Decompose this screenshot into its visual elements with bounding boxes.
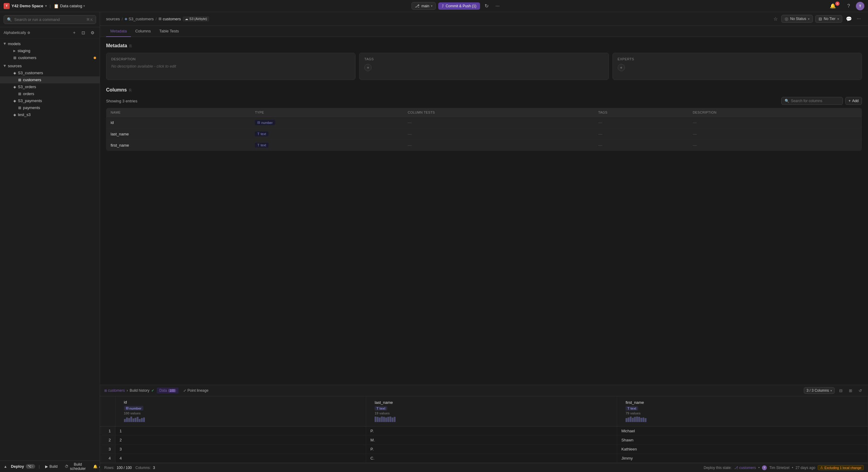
cols-info: Columns: 3 xyxy=(135,466,155,470)
tier-button[interactable]: ⊟ No Tier ▾ xyxy=(815,15,842,23)
tab-metadata[interactable]: Metadata xyxy=(106,26,131,37)
column-row[interactable]: last_name T text — — — xyxy=(106,128,862,140)
experts-card: Experts + xyxy=(613,53,862,80)
sidebar-item-s3-orders[interactable]: ◈ S3_orders xyxy=(0,83,100,90)
excl-icon: ⚠ xyxy=(820,466,823,470)
catalog-label[interactable]: 📋 Data catalog ▾ xyxy=(54,4,85,8)
data-cell-id: 4 xyxy=(115,454,366,463)
sidebar: 🔍 ⌘K Alphabetically ⚙ ＋ ⊡ ⚙ ▶ xyxy=(0,12,100,472)
col-name: id xyxy=(106,117,251,128)
status-sep2: • xyxy=(792,466,793,470)
column-row[interactable]: id ⊟ number — — — xyxy=(106,117,862,128)
metadata-title: Metadata xyxy=(106,43,127,49)
metadata-copy-button[interactable]: ⎘ xyxy=(129,43,132,48)
data-grid-row: 44C.Jimmy xyxy=(100,454,868,463)
sidebar-item-models[interactable]: ▶ models xyxy=(0,40,100,47)
refresh-button[interactable]: ↺ xyxy=(857,387,864,394)
brand[interactable]: Y Y42 Demo Space ▾ xyxy=(4,3,47,9)
topbar: Y Y42 Demo Space ▾ | 📋 Data catalog ▾ ⎇ … xyxy=(0,0,868,12)
alerts-button[interactable]: 🔔 Alerts xyxy=(91,464,100,470)
status-sep1: • xyxy=(758,466,760,470)
sidebar-item-s3-payments[interactable]: ◈ S3_payments xyxy=(0,97,100,104)
sidebar-search-area: 🔍 ⌘K xyxy=(0,12,100,27)
sidebar-item-orders[interactable]: ⊞ orders xyxy=(0,90,100,97)
deploy-bar: ▲ Deploy ⌥↑ | ▶ Build ⏱ Build scheduler … xyxy=(0,461,100,472)
sidebar-tree: ▶ models ▶ staging ⊞ customers xyxy=(0,38,100,461)
star-button[interactable]: ☆ xyxy=(772,15,779,23)
description-card[interactable]: Description No description available - c… xyxy=(106,53,355,80)
col-type: T text xyxy=(251,128,403,140)
orders-label: orders xyxy=(23,92,34,96)
column-row[interactable]: first_name T text — — — xyxy=(106,140,862,151)
models-section: ▶ models ▶ staging ⊞ customers xyxy=(0,40,100,62)
test-s3-icon: ◈ xyxy=(13,113,16,117)
point-lineage-button[interactable]: ⤢ Point lineage xyxy=(181,387,211,394)
brand-label: Y42 Demo Space xyxy=(11,4,43,8)
col-header-type-id: ⊟number xyxy=(124,406,143,410)
sidebar-item-sources[interactable]: ▶ sources xyxy=(0,62,100,69)
search-box[interactable]: 🔍 ⌘K xyxy=(4,15,96,24)
check-icon: ✓ xyxy=(151,388,154,392)
data-crumb-history[interactable]: Build history ✓ xyxy=(130,388,155,392)
split-view-button[interactable]: ⊞ xyxy=(847,387,854,394)
tier-label: No Tier xyxy=(824,17,836,21)
topbar-sep1: | xyxy=(50,4,51,8)
columns-copy-button[interactable]: ⎘ xyxy=(129,88,131,92)
sources-label: sources xyxy=(8,64,22,68)
data-tab-button[interactable]: Data 100 xyxy=(157,387,179,394)
breadcrumb-source[interactable]: S3_customers xyxy=(128,17,154,21)
sync-button[interactable]: ↻ xyxy=(483,2,491,10)
sidebar-item-s3-customers[interactable]: ◈ S3_customers xyxy=(0,69,100,76)
help-button[interactable]: ? xyxy=(844,2,853,10)
sidebar-item-staging[interactable]: ▶ staging xyxy=(0,47,100,54)
data-grid: id ⊟number 100 values last_name Ttext 19… xyxy=(100,396,868,463)
row-num-header xyxy=(100,396,115,427)
status-button[interactable]: ◎ No Status ▾ xyxy=(781,15,813,23)
sidebar-item-customers-model[interactable]: ⊞ customers xyxy=(0,54,100,61)
build-scheduler-button[interactable]: ⏱ Build scheduler xyxy=(63,462,88,472)
col-description: — xyxy=(689,140,862,151)
experts-add-button[interactable]: + xyxy=(618,64,625,71)
tags-card: Tags + xyxy=(359,53,609,80)
data-count-badge: 100 xyxy=(168,389,176,392)
col-search-input[interactable] xyxy=(791,99,839,103)
sources-section: ▶ sources ◈ S3_customers ⊞ customers ◈ S… xyxy=(0,62,100,119)
sidebar-item-payments[interactable]: ⊞ payments xyxy=(0,104,100,111)
sort-button[interactable]: Alphabetically ⚙ xyxy=(4,31,30,35)
tabs-bar: Metadata Columns Table Tests xyxy=(100,26,868,37)
build-button[interactable]: ▶ Build xyxy=(43,464,59,470)
customers-table-icon: ⊞ xyxy=(13,56,17,60)
commit-button[interactable]: ⤴ Commit & Push (1) xyxy=(438,2,480,10)
sidebar-item-customers-source[interactable]: ⊞ customers xyxy=(0,76,100,83)
lineage-icon: ⤢ xyxy=(183,389,186,392)
data-crumb-customers[interactable]: ⊞ customers xyxy=(104,388,125,392)
tab-table-tests[interactable]: Table Tests xyxy=(155,26,183,37)
col-header-type-last_name: Ttext xyxy=(375,406,387,410)
col-search-box[interactable]: 🔍 xyxy=(781,97,843,105)
cols-filter-button[interactable]: 3 / 3 Columns ▾ xyxy=(804,387,835,394)
branch-button[interactable]: ⎇ main ▾ xyxy=(411,2,436,10)
excl-badge[interactable]: ⚠ Excluding 1 local change xyxy=(818,465,864,470)
search-input[interactable] xyxy=(14,17,84,22)
data-toolbar: ⊞ customers › Build history ✓ Data 100 ⤢… xyxy=(100,385,868,396)
tier-icon: ⊟ xyxy=(818,17,822,21)
models-label: models xyxy=(8,41,21,46)
deploy-expand-button[interactable]: ▲ xyxy=(4,465,7,469)
breadcrumb-sources[interactable]: sources xyxy=(106,17,120,21)
filter-icon-button[interactable]: ⊟ xyxy=(837,387,844,394)
tab-columns[interactable]: Columns xyxy=(131,26,155,37)
add-column-button[interactable]: + Add xyxy=(845,97,862,105)
import-button[interactable]: ⊡ xyxy=(80,29,87,36)
sidebar-item-test-s3[interactable]: ◈ test_s3 xyxy=(0,111,100,118)
tags-add-button[interactable]: + xyxy=(364,64,372,71)
s3-orders-label: S3_orders xyxy=(18,85,36,89)
avatar[interactable]: T xyxy=(856,2,864,10)
more-topbar-button[interactable]: ··· xyxy=(493,2,502,10)
columns-table-header-row: Name Type Column Tests Tags Description xyxy=(106,108,862,117)
more-button[interactable]: ··· xyxy=(856,15,862,22)
data-grid-container: id ⊟number 100 values last_name Ttext 19… xyxy=(100,396,868,463)
status-customers-ref[interactable]: ⎇ customers xyxy=(734,466,756,470)
settings-button[interactable]: ⚙ xyxy=(89,29,96,36)
comment-button[interactable]: 💬 xyxy=(845,14,853,23)
new-item-button[interactable]: ＋ xyxy=(71,29,78,36)
